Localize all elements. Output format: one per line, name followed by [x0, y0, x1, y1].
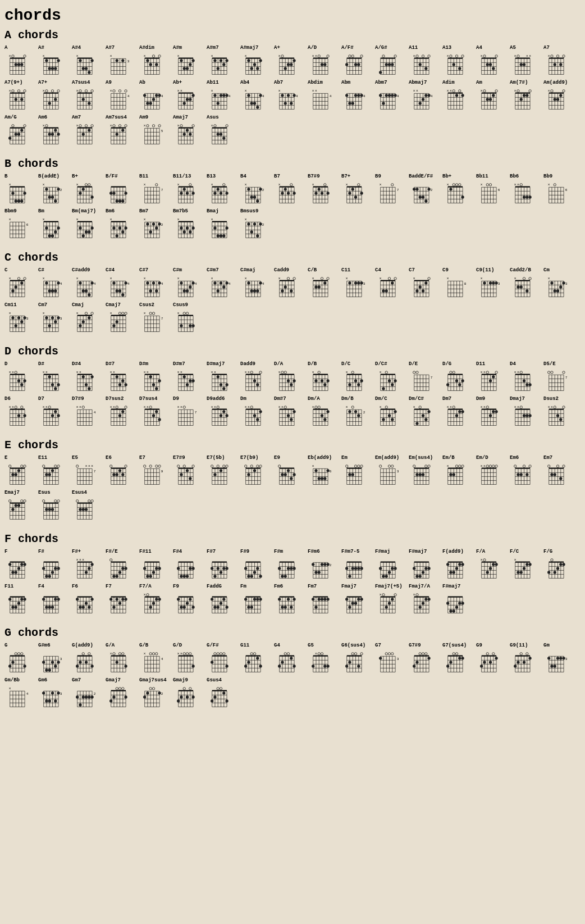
svg-text:x: x	[214, 370, 216, 374]
svg-point-846	[217, 188, 220, 190]
svg-point-102	[186, 67, 189, 70]
svg-point-353	[85, 90, 87, 92]
chord-item: A9x4	[106, 80, 138, 111]
svg-text:7: 7	[565, 376, 568, 380]
chord-name-label: Bmaj	[207, 208, 219, 215]
svg-point-2439	[525, 473, 528, 476]
svg-point-2869	[85, 602, 88, 604]
svg-point-2924	[189, 598, 191, 600]
svg-text:x: x	[413, 89, 415, 93]
chord-name-label: D#7	[106, 361, 115, 367]
svg-point-949	[422, 195, 424, 198]
chord-name-label: D#maj7	[207, 361, 225, 367]
svg-point-2332	[323, 477, 326, 480]
svg-point-248	[458, 67, 461, 70]
svg-point-1754	[351, 371, 354, 374]
chord-name-label: F	[4, 549, 7, 555]
svg-point-3048	[419, 606, 422, 608]
chord-diagram	[38, 590, 63, 615]
svg-point-2311	[278, 465, 280, 467]
svg-point-1488	[51, 316, 54, 319]
svg-point-1756	[354, 379, 357, 382]
svg-text:x: x	[144, 652, 146, 656]
svg-text:x: x	[312, 89, 314, 93]
chord-name-label: Am(add9)	[543, 80, 568, 86]
svg-point-85	[149, 63, 152, 66]
svg-point-2723	[382, 575, 385, 577]
svg-point-3207	[253, 653, 255, 655]
svg-point-2744	[424, 567, 427, 570]
svg-point-2886	[116, 598, 118, 600]
svg-point-3193	[225, 664, 228, 667]
svg-point-1526	[112, 324, 115, 327]
svg-text:x: x	[45, 370, 48, 374]
chord-name-label: Csus9	[173, 302, 188, 308]
svg-point-3119	[88, 653, 90, 655]
svg-point-2582	[121, 567, 124, 570]
svg-point-778	[79, 192, 81, 194]
chord-name-label: Em	[341, 455, 348, 461]
svg-point-1135	[217, 234, 220, 237]
section-f: F chordsFF#F#+xxxF#/EF#11F#4F#7F#9F#mF#m…	[4, 532, 581, 617]
section-title-f: F chords	[4, 532, 581, 545]
svg-point-2781	[495, 563, 497, 566]
svg-point-1368	[394, 277, 396, 280]
svg-point-2401	[461, 465, 464, 467]
svg-point-2960	[256, 598, 259, 600]
svg-point-424	[222, 94, 225, 97]
svg-point-1260	[183, 289, 186, 292]
svg-point-1003	[528, 195, 531, 198]
svg-point-3348	[520, 653, 522, 655]
svg-text:3: 3	[26, 317, 29, 321]
svg-point-3246	[323, 664, 326, 667]
chord-item: E7(b9)	[240, 455, 273, 486]
svg-point-2350	[360, 465, 363, 467]
svg-text:4: 4	[161, 94, 163, 98]
svg-point-2418	[486, 465, 488, 467]
svg-point-637	[54, 129, 57, 131]
svg-point-1065	[88, 230, 90, 233]
svg-point-1557	[186, 312, 188, 315]
svg-point-1702	[259, 371, 262, 374]
svg-point-863	[253, 195, 256, 198]
chord-name-label: F#maj7	[442, 584, 460, 590]
svg-point-1436	[520, 285, 523, 288]
svg-text:4: 4	[296, 94, 298, 98]
svg-point-137	[250, 67, 253, 70]
svg-text:x: x	[483, 405, 486, 409]
svg-point-2297	[247, 473, 250, 476]
svg-point-15	[15, 63, 17, 66]
svg-text:2: 2	[330, 563, 332, 567]
svg-point-3365	[547, 657, 550, 659]
svg-point-2632	[211, 567, 213, 570]
svg-point-1994	[250, 406, 253, 408]
svg-text:4: 4	[195, 282, 197, 286]
svg-point-1558	[180, 324, 182, 327]
chord-diagram: xx4	[72, 403, 97, 427]
svg-point-652	[79, 125, 81, 127]
svg-point-67	[121, 59, 124, 62]
chord-diagram	[4, 462, 29, 486]
svg-point-2598	[149, 575, 152, 577]
svg-point-3014	[357, 598, 360, 600]
svg-text:x: x	[312, 276, 314, 280]
chord-item: A#x	[38, 45, 71, 76]
svg-point-777	[88, 184, 90, 186]
svg-point-615	[12, 125, 14, 127]
svg-text:x: x	[526, 54, 528, 58]
svg-point-1541	[152, 312, 154, 315]
chord-diagram	[38, 556, 63, 580]
svg-point-1824	[495, 371, 497, 374]
svg-text:x: x	[278, 183, 281, 186]
svg-point-795	[116, 199, 118, 202]
app-container: chords A chordsAxA#xA#4xA#7x3A#dimxA#mxA…	[4, 4, 581, 711]
svg-text:x: x	[211, 183, 213, 186]
chord-diagram: x2	[139, 215, 164, 240]
chord-diagram: x3	[476, 274, 501, 299]
chord-item: Cadd2/Bx	[510, 267, 542, 299]
svg-text:4: 4	[363, 94, 365, 98]
svg-point-2979	[292, 598, 295, 600]
svg-point-2866	[76, 598, 79, 600]
chord-name-label: F#	[38, 549, 44, 555]
svg-text:x: x	[76, 370, 79, 374]
